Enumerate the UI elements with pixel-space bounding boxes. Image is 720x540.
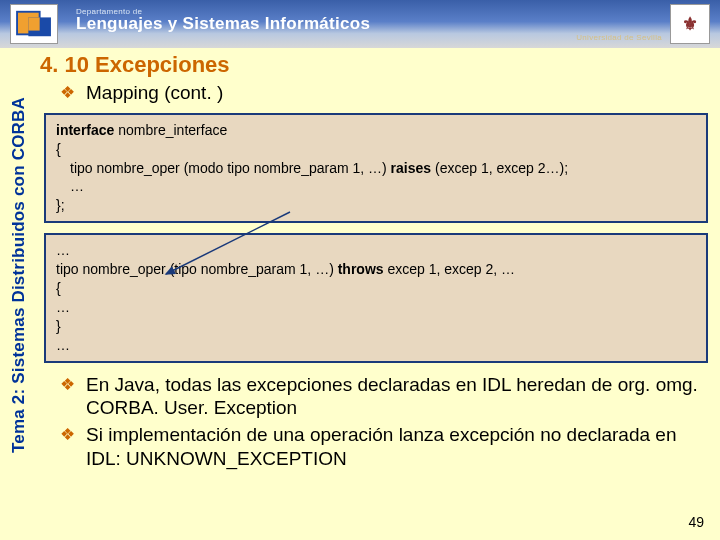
header-main-title: Lenguajes y Sistemas Informáticos [76, 14, 670, 34]
code-text: } [56, 317, 696, 336]
svg-rect-2 [28, 17, 39, 30]
code-text: … [56, 298, 696, 317]
slide-header: Departamento de Lenguajes y Sistemas Inf… [0, 0, 720, 48]
code-text: … [56, 177, 696, 196]
code-text: tipo nombre_oper (modo tipo nombre_param… [70, 160, 391, 176]
code-text: excep 1, excep 2, … [384, 261, 516, 277]
code-text: … [56, 336, 696, 355]
page-number: 49 [688, 514, 704, 530]
keyword-throws: throws [338, 261, 384, 277]
bullet-list-bottom: En Java, todas las excepciones declarada… [40, 373, 708, 471]
sidebar-theme-label: Tema 2: Sistemas Distribuidos con CORBA [9, 97, 29, 453]
dept-logo [10, 4, 58, 44]
code-text: { [56, 279, 696, 298]
bullet-mapping: Mapping (cont. ) [60, 81, 708, 105]
bullet-java-inheritance: En Java, todas las excepciones declarada… [60, 373, 708, 421]
slide-content: 4. 10 Excepciones Mapping (cont. ) inter… [40, 52, 708, 532]
header-university: Universidad de Sevilla [76, 33, 662, 42]
code-text: { [56, 140, 696, 159]
header-title-area: Departamento de Lenguajes y Sistemas Inf… [58, 7, 670, 42]
keyword-interface: interface [56, 122, 114, 138]
keyword-raises: raises [391, 160, 431, 176]
sidebar: Tema 2: Sistemas Distribuidos con CORBA [6, 60, 32, 490]
university-logo: ⚜ [670, 4, 710, 44]
code-text: tipo nombre_oper (tipo nombre_param 1, …… [56, 261, 338, 277]
section-title: 4. 10 Excepciones [40, 52, 708, 78]
java-code-box: … tipo nombre_oper (tipo nombre_param 1,… [44, 233, 708, 362]
code-text: nombre_interface [114, 122, 227, 138]
code-text: … [56, 241, 696, 260]
bullet-list-top: Mapping (cont. ) [40, 81, 708, 105]
bullet-unknown-exception: Si implementación de una operación lanza… [60, 423, 708, 471]
code-text: (excep 1, excep 2…); [431, 160, 568, 176]
idl-code-box: interface nombre_interface { tipo nombre… [44, 113, 708, 223]
code-text: }; [56, 196, 696, 215]
